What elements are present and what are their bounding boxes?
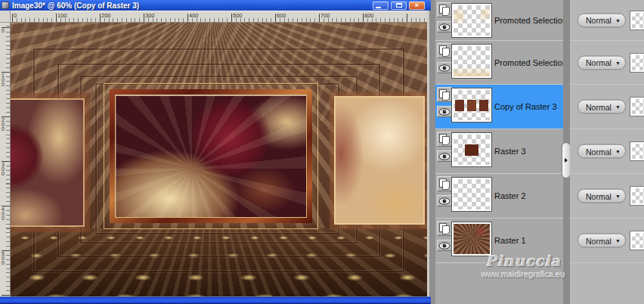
eye-icon [438, 23, 450, 31]
blend-row: Normal ▼ [570, 85, 644, 129]
layer-mask-thumbnail[interactable] [630, 11, 644, 29]
minimize-icon [376, 7, 381, 8]
ruler-tick-label: 300 [2, 163, 6, 176]
window-right-edge [427, 11, 429, 296]
layer-name[interactable]: Raster 1 [494, 236, 526, 245]
ruler-tick-label: 700 [320, 12, 330, 19]
ruler-tick-label: 800 [364, 12, 374, 19]
ruler-tick-label: 0 [2, 29, 6, 33]
image-canvas[interactable] [11, 23, 427, 296]
layer-row-promoted-selection-1[interactable]: Promoted Selection 1 [435, 41, 563, 85]
close-icon: × [415, 2, 419, 9]
layer-mask-thumbnail[interactable] [630, 98, 644, 116]
layer-name[interactable]: Raster 3 [494, 147, 526, 156]
blend-mode-value: Normal [586, 191, 614, 200]
chevron-down-icon: ▼ [615, 17, 621, 23]
chevron-right-icon [565, 158, 568, 163]
image-window-title: Image30* @ 60% (Copy of Raster 3) [12, 2, 373, 10]
eye-icon [438, 153, 450, 160]
layer-mask-thumbnail[interactable] [630, 54, 644, 72]
layer-mask-thumbnail[interactable] [630, 231, 644, 250]
layer-row-raster-3[interactable]: Raster 3 [435, 129, 563, 174]
raster-layer-type-icon [437, 221, 452, 236]
image-window-titlebar[interactable]: Image30* @ 60% (Copy of Raster 3) × [0, 0, 431, 11]
layer-visibility-toggle[interactable] [437, 106, 452, 117]
blend-row: Normal ▼ [570, 174, 644, 219]
blend-mode-dropdown[interactable]: Normal ▼ [577, 55, 626, 70]
layer-mask-thumbnail[interactable] [630, 187, 644, 205]
ruler-tick-label: 100 [57, 12, 67, 19]
chevron-down-icon: ▼ [615, 104, 621, 110]
layer-thumbnail[interactable] [452, 45, 491, 78]
eye-icon [438, 197, 450, 205]
raster-layer-type-icon [437, 132, 452, 147]
ruler-tick-label: 400 [2, 207, 6, 221]
chevron-down-icon: ▼ [615, 238, 621, 244]
eye-icon [438, 108, 450, 116]
blend-mode-value: Normal [586, 58, 614, 67]
layer-row-copy-of-raster-3[interactable]: Copy of Raster 3 [435, 85, 563, 129]
close-button[interactable]: × [409, 2, 425, 10]
raster-layer-type-icon [437, 176, 452, 191]
eye-icon [438, 242, 450, 250]
layer-name[interactable]: Promoted Selection [494, 16, 567, 25]
chevron-down-icon: ▼ [615, 60, 621, 65]
layer-name[interactable]: Copy of Raster 3 [494, 102, 557, 111]
horizontal-ruler: 0 100 200 300 400 500 600 700 800 [11, 11, 427, 23]
app-screen: Image30* @ 60% (Copy of Raster 3) × 0 10… [0, 0, 644, 304]
image-window: Image30* @ 60% (Copy of Raster 3) × 0 10… [0, 0, 431, 304]
watermark-url: www.maidiregrafica.eu [446, 270, 601, 279]
layer-row-raster-2[interactable]: Raster 2 [435, 174, 563, 219]
layer-name[interactable]: Promoted Selection 1 [494, 58, 574, 67]
layer-name[interactable]: Raster 2 [494, 191, 526, 200]
blend-row: Normal ▼ [570, 0, 644, 41]
layer-thumbnail[interactable] [452, 4, 491, 37]
canvas-center-frame [110, 89, 312, 223]
window-controls: × [373, 2, 425, 10]
blend-mode-dropdown[interactable]: Normal ▼ [577, 234, 626, 248]
window-bottom-border [0, 296, 431, 304]
blend-mode-dropdown[interactable]: Normal ▼ [577, 13, 626, 27]
layer-visibility-toggle[interactable] [437, 150, 452, 162]
ruler-tick-label: 0 [14, 12, 17, 19]
canvas-right-frame [334, 96, 425, 225]
blend-row: Normal ▼ [570, 129, 644, 174]
minimize-button[interactable] [373, 2, 389, 10]
ruler-tick-label: 200 [101, 12, 111, 19]
eye-icon [438, 64, 450, 72]
ruler-tick-label: 500 [2, 252, 6, 265]
ruler-tick-label: 600 [277, 12, 286, 19]
blend-mode-dropdown[interactable]: Normal ▼ [577, 189, 626, 203]
ruler-tick-label: 100 [2, 73, 6, 87]
chevron-down-icon: ▼ [615, 194, 621, 199]
blend-mode-dropdown[interactable]: Normal ▼ [577, 100, 626, 114]
ruler-tick-label: 500 [233, 12, 243, 19]
blend-mode-dropdown[interactable]: Normal ▼ [577, 144, 626, 159]
chevron-down-icon: ▼ [615, 149, 621, 154]
ruler-tick-label: 400 [189, 12, 199, 19]
layer-thumbnail[interactable] [452, 133, 491, 166]
layer-thumbnail[interactable] [452, 222, 491, 256]
blend-mode-value: Normal [586, 102, 614, 111]
layer-visibility-toggle[interactable] [437, 195, 452, 206]
watermark: Pinuccia www.maidiregrafica.eu [446, 253, 601, 279]
ruler-tick-label: 200 [2, 118, 6, 132]
raster-layer-type-icon [437, 43, 452, 58]
raster-layer-type-icon [437, 87, 452, 102]
layer-mask-thumbnail[interactable] [630, 142, 644, 160]
blend-mode-value: Normal [586, 236, 614, 245]
layer-thumbnail[interactable] [452, 88, 491, 122]
canvas-left-frame [11, 98, 85, 227]
layer-visibility-toggle[interactable] [437, 62, 452, 73]
maximize-icon [396, 3, 402, 8]
layer-visibility-toggle[interactable] [437, 240, 452, 251]
watermark-name: Pinuccia [446, 253, 601, 269]
blend-mode-value: Normal [586, 147, 614, 156]
image-window-icon [2, 2, 9, 9]
maximize-button[interactable] [391, 2, 407, 10]
vertical-ruler: 0 100 200 300 400 500 [0, 23, 11, 296]
layer-thumbnail[interactable] [452, 178, 491, 211]
layer-row-promoted-selection[interactable]: Promoted Selection [435, 0, 563, 41]
canvas-center-artwork [116, 95, 306, 217]
layer-visibility-toggle[interactable] [437, 21, 452, 33]
